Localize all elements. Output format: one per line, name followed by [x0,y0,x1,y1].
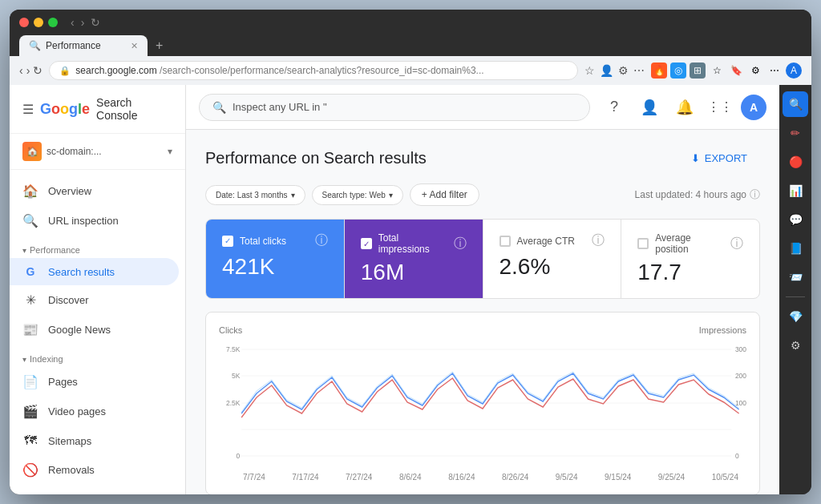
ext-item-6[interactable]: 📨 [783,264,808,290]
home-icon: 🏠 [22,183,38,199]
profile-icon[interactable]: 👤 [600,64,613,77]
address-bar-actions: ☆ 👤 ⚙ ⋯ [584,64,645,77]
sidebar-item-overview[interactable]: 🏠 Overview [10,176,179,206]
performance-section-arrow: ▾ [22,246,26,255]
metric-average-position[interactable]: Average position ⓘ 17.7 [621,220,759,298]
ext-icon-1[interactable]: 🔥 [651,62,667,79]
average-position-checkbox[interactable] [637,238,649,249]
browser-controls: ‹ › ↻ [19,16,802,29]
close-button[interactable] [19,18,29,27]
ext-icon-3[interactable]: ⊞ [690,62,706,79]
user-management-icon: 👤 [641,99,658,116]
hamburger-icon[interactable]: ☰ [22,102,34,117]
search-box[interactable]: 🔍 Inspect any URL in " [199,94,590,121]
x-label-3: 8/6/24 [399,473,422,482]
apps-button[interactable]: ⋮⋮ [706,93,734,122]
new-tab-button[interactable]: + [149,35,169,56]
reload-icon[interactable]: ↻ [33,64,42,77]
back-button[interactable]: ‹ [71,16,75,29]
metric-total-impressions-header: Total impressions ⓘ [361,232,467,255]
ext-item-3[interactable]: 📊 [783,178,808,204]
ext-icon-2[interactable]: ◎ [670,62,686,79]
metric-total-clicks[interactable]: Total clicks ⓘ 421K [206,220,345,298]
total-clicks-checkbox[interactable] [222,236,233,247]
sidebar-item-discover[interactable]: ✳ Discover [10,285,179,315]
add-filter-button[interactable]: + Add filter [410,183,479,206]
sidebar-item-video-pages-label: Video pages [48,405,106,417]
ext-item-7[interactable]: 💎 [783,304,808,329]
active-tab[interactable]: 🔍 Performance ✕ [19,35,148,56]
property-selector[interactable]: 🏠 sc-domain:... ▾ [10,134,185,170]
user-avatar[interactable]: A [741,95,766,120]
total-impressions-value: 16M [361,260,467,285]
ext-icon-7[interactable]: ⋯ [766,62,783,79]
sidebar-item-google-news[interactable]: 📰 Google News [10,315,179,345]
average-position-info-icon[interactable]: ⓘ [730,236,743,252]
sidebar-nav: 🏠 Overview 🔍 URL inspection ▾ Performanc… [10,170,185,494]
ext-item-2[interactable]: 🔴 [783,149,808,175]
ext-item-1[interactable]: ✏ [783,120,808,146]
user-management-button[interactable]: 👤 [635,93,664,122]
reload-button[interactable]: ↻ [91,16,100,29]
browser-window: ‹ › ↻ 🔍 Performance ✕ + ‹ › ↻ 🔒 search.g… [10,10,811,494]
average-ctr-value: 2.6% [499,254,605,280]
sidebar-item-url-inspection[interactable]: 🔍 URL inspection [10,206,179,236]
main-content: Performance on Search results ⬇ EXPORT D… [186,130,779,494]
sidebar-item-search-results[interactable]: G Search results [10,258,179,285]
user-ext-icon[interactable]: A [786,62,802,79]
back-icon[interactable]: ‹ [19,64,23,77]
date-filter-label: Date: Last 3 months [216,191,288,200]
x-label-0: 7/7/24 [243,473,265,482]
sidebar-app-title: Search Console [96,96,172,122]
tab-close-button[interactable]: ✕ [131,41,138,51]
metric-average-ctr[interactable]: Average CTR ⓘ 2.6% [483,220,622,298]
address-input[interactable]: 🔒 search.google.com /search-console/perf… [49,61,578,80]
top-bar: 🔍 Inspect any URL in " ? 👤 🔔 ⋮⋮ [186,85,779,130]
total-impressions-info-icon[interactable]: ⓘ [454,236,467,252]
menu-icon[interactable]: ⋯ [633,64,645,77]
ext-item-8[interactable]: ⚙ [783,333,808,358]
sidebar-item-pages[interactable]: 📄 Pages [10,367,179,397]
indexing-section-label: ▾ Indexing [10,345,185,367]
ext-icon-6[interactable]: ⚙ [747,62,763,79]
sidebar: ☰ Google Search Console 🏠 sc-domain:... … [10,85,186,494]
date-filter[interactable]: Date: Last 3 months ▾ [205,185,305,205]
ext-icon-4[interactable]: ☆ [709,62,725,79]
average-ctr-info-icon[interactable]: ⓘ [592,232,605,249]
bookmark-icon[interactable]: ☆ [584,64,595,77]
total-clicks-info-icon[interactable]: ⓘ [315,232,328,249]
address-bar-row: ‹ › ↻ 🔒 search.google.com /search-consol… [10,56,811,85]
ext-item-4[interactable]: 💬 [783,207,808,232]
ext-icon-5[interactable]: 🔖 [728,62,744,79]
x-label-4: 8/16/24 [448,473,475,482]
dropdown-arrow-icon: ▾ [168,146,172,157]
property-icon: 🏠 [22,142,42,161]
metric-total-impressions[interactable]: Total impressions ⓘ 16M [345,220,483,298]
settings-icon[interactable]: ⚙ [618,64,629,77]
indexing-section-arrow: ▾ [22,355,26,364]
ext-search-item[interactable]: 🔍 [783,91,808,117]
export-button[interactable]: ⬇ EXPORT [678,146,760,171]
sidebar-item-removals[interactable]: 🚫 Removals [10,455,179,485]
sidebar-item-sitemaps[interactable]: 🗺 Sitemaps [10,426,179,455]
user-initial: A [750,101,758,114]
minimize-button[interactable] [34,18,43,27]
forward-icon[interactable]: › [26,64,30,77]
maximize-button[interactable] [48,18,58,27]
svg-text:5K: 5K [232,372,241,380]
x-label-9: 10/5/24 [712,473,738,482]
sidebar-item-removals-label: Removals [48,464,95,476]
sidebar-item-overview-label: Overview [48,185,91,197]
x-label-1: 7/17/24 [292,473,318,482]
svg-text:0: 0 [237,452,241,460]
notifications-button[interactable]: 🔔 [670,93,699,122]
help-button[interactable]: ? [600,93,629,122]
search-type-filter[interactable]: Search type: Web ▾ [312,185,403,205]
total-impressions-checkbox[interactable] [361,238,372,249]
forward-button[interactable]: › [81,16,85,29]
x-label-7: 9/15/24 [605,473,631,482]
ext-item-5[interactable]: 📘 [783,236,808,261]
date-filter-arrow: ▾ [291,191,295,200]
average-ctr-checkbox[interactable] [499,236,511,247]
sidebar-item-video-pages[interactable]: 🎬 Video pages [10,397,179,426]
